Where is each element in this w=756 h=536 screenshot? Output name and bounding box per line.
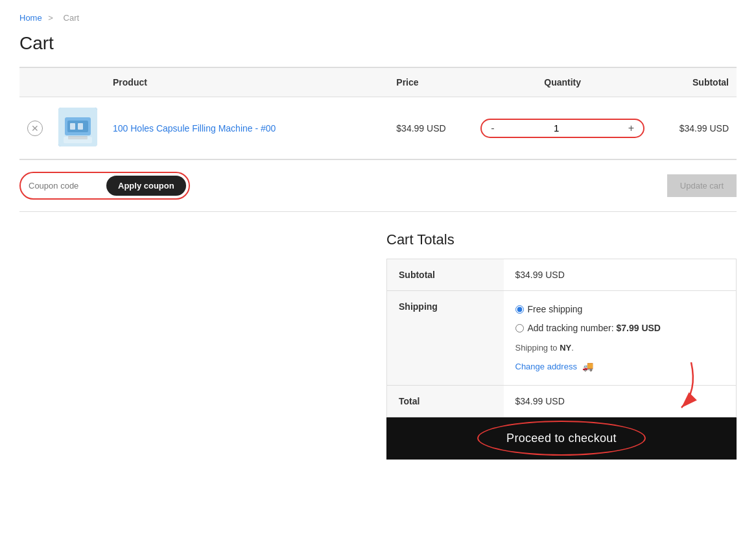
svg-rect-3: [70, 123, 75, 130]
col-header-img: [51, 67, 105, 97]
col-header-subtotal: Subtotal: [652, 67, 737, 97]
product-thumbnail: [58, 108, 97, 146]
product-subtotal-cell: $34.99 USD: [652, 97, 737, 160]
subtotal-row: Subtotal $34.99 USD: [387, 259, 737, 291]
cart-totals-heading: Cart Totals: [386, 231, 737, 248]
product-name-cell: 100 Holes Capsule Filling Machine - #00: [105, 97, 388, 160]
qty-input[interactable]: [500, 122, 623, 134]
change-address-row: Change address 🚚: [515, 358, 725, 375]
change-address-link[interactable]: Change address: [515, 362, 577, 371]
shipping-location: NY: [560, 343, 571, 353]
update-cart-button[interactable]: Update cart: [667, 174, 737, 197]
breadcrumb-separator: >: [48, 13, 53, 23]
qty-increase-button[interactable]: +: [623, 121, 639, 135]
page-title: Cart: [19, 33, 737, 54]
total-row: Total $34.99 USD: [387, 385, 737, 417]
col-header-product: Product: [105, 67, 388, 97]
proceed-section: Proceed to checkout: [386, 417, 737, 460]
coupon-input[interactable]: [29, 181, 106, 191]
tracking-label: Add tracking number: $7.99 USD: [528, 320, 661, 336]
remove-cell: ✕: [19, 97, 51, 160]
svg-rect-4: [78, 123, 83, 130]
shipping-label: Shipping: [387, 291, 504, 386]
totals-table: Subtotal $34.99 USD Shipping Free shippi…: [386, 259, 737, 417]
free-shipping-option: Free shipping: [515, 301, 725, 318]
coupon-wrapper: Apply coupon: [19, 172, 190, 200]
shipping-row: Shipping Free shipping Add tracking numb…: [387, 291, 737, 386]
apply-coupon-button[interactable]: Apply coupon: [106, 176, 186, 196]
proceed-to-checkout-button[interactable]: Proceed to checkout: [386, 417, 737, 460]
cart-table: Product Price Quantity Subtotal ✕: [19, 67, 737, 160]
coupon-row: Apply coupon Update cart: [19, 160, 737, 212]
breadcrumb-home[interactable]: Home: [19, 13, 42, 23]
shipping-options-cell: Free shipping Add tracking number: $7.99…: [504, 291, 737, 386]
shipping-options: Free shipping Add tracking number: $7.99…: [515, 301, 725, 375]
product-link[interactable]: 100 Holes Capsule Filling Machine - #00: [113, 123, 276, 134]
tracking-shipping-radio[interactable]: [515, 324, 524, 332]
total-value: $34.99 USD: [504, 385, 737, 417]
col-header-remove: [19, 67, 51, 97]
cart-totals-box: Cart Totals Subtotal $34.99 USD Shipping…: [386, 231, 737, 460]
svg-rect-5: [68, 136, 88, 139]
total-label: Total: [387, 385, 504, 417]
tracking-price: $7.99 USD: [616, 323, 660, 333]
subtotal-value: $34.99 USD: [504, 259, 737, 291]
breadcrumb-current: Cart: [64, 13, 80, 23]
cart-totals-section: Cart Totals Subtotal $34.99 USD Shipping…: [19, 231, 737, 460]
remove-item-button[interactable]: ✕: [27, 121, 43, 136]
col-header-quantity: Quantity: [473, 67, 652, 97]
breadcrumb: Home > Cart: [19, 13, 737, 23]
quantity-cell: - +: [473, 97, 652, 160]
product-image-cell: [51, 97, 105, 160]
table-row: ✕ 100 Holes Capsule Filling Machine - #0…: [19, 97, 737, 160]
free-shipping-label: Free shipping: [528, 301, 583, 318]
product-price-cell: $34.99 USD: [388, 97, 473, 160]
tracking-shipping-option: Add tracking number: $7.99 USD: [515, 320, 725, 336]
free-shipping-radio[interactable]: [515, 305, 524, 314]
qty-decrease-button[interactable]: -: [486, 121, 499, 135]
col-header-price: Price: [388, 67, 473, 97]
subtotal-label: Subtotal: [387, 259, 504, 291]
address-icon: 🚚: [582, 361, 593, 371]
shipping-to: Shipping to NY.: [515, 340, 725, 355]
quantity-stepper: - +: [480, 119, 644, 138]
